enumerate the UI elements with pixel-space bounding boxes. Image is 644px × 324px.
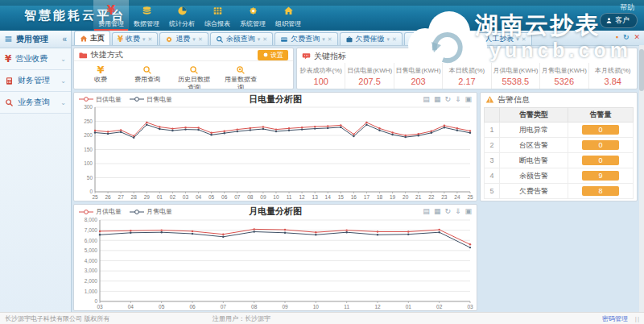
legend-label: 日供电量 [96, 95, 122, 104]
content-area: 快捷方式 设置 ¥收费费用查询历史日数据查询用量数据查询 关键指标 抄表成功率(… [72, 46, 644, 313]
close-tab-icon[interactable]: ✕ [328, 36, 332, 43]
svg-text:01: 01 [157, 194, 163, 200]
restore-icon[interactable]: ↻ [444, 208, 451, 215]
nav-item-数据管理[interactable]: 数据管理 [129, 0, 164, 31]
shortcut-用量数据查询[interactable]: 用量数据查询 [222, 64, 259, 89]
close-tab-icon[interactable]: ✕ [392, 36, 397, 43]
svg-text:1,000: 1,000 [85, 289, 98, 294]
close-icon[interactable]: ✕ [634, 34, 640, 41]
alarm-row-number: 2 [485, 138, 500, 153]
tab-主页[interactable]: 主页 [74, 31, 110, 45]
sidebar-item-营业收费[interactable]: ¥营业收费⌄ [0, 48, 71, 70]
restore-icon[interactable]: ↻ [444, 96, 451, 103]
footer-handle-icon[interactable]: || [635, 315, 640, 322]
settings-button[interactable]: 设置 [258, 50, 288, 60]
shortcut-历史日数据查询[interactable]: 历史日数据查询 [175, 64, 213, 89]
table-row[interactable]: 1用电异常0 [485, 123, 634, 138]
nav-item-综合报表[interactable]: 综合报表 [200, 0, 235, 31]
legend-item-月售电量[interactable]: 月售电量 [130, 207, 172, 216]
tab-余额查询[interactable]: 余额查询▾✕ [210, 32, 273, 45]
copyright-text: 长沙源宇电子科技有限公司 版权所有 [5, 314, 109, 323]
svg-text:07: 07 [234, 194, 241, 200]
legend-item-日供电量[interactable]: 日供电量 [79, 95, 122, 104]
data-view-icon[interactable]: ▤ [423, 96, 430, 103]
shortcut-label: 费用查询 [134, 76, 160, 84]
help-link[interactable]: 帮助 [620, 2, 634, 13]
close-tab-icon[interactable]: ✕ [147, 36, 152, 43]
password-manage-link[interactable]: 密码管理 [602, 314, 628, 323]
save-image-icon[interactable]: ▣ [464, 208, 472, 215]
caret-down-icon[interactable]: ▾ [387, 36, 390, 43]
svg-text:7,000: 7,000 [85, 227, 98, 233]
tab-欠费催缴[interactable]: 欠费催缴▾✕ [340, 32, 402, 45]
list-icon [4, 35, 13, 44]
save-image-icon[interactable]: ▣ [464, 96, 472, 103]
alarm-count-cell: 0 [568, 123, 634, 138]
kpi-title: 关键指标 [314, 51, 346, 62]
download-icon[interactable]: ⇓ [455, 208, 461, 215]
app-header: 智慧能耗云平台 ¥费用管理数据管理统计分析综合报表系统管理组织管理 帮助 客户 [0, 0, 644, 31]
svg-text:12: 12 [299, 194, 305, 200]
data-view-icon[interactable]: ▤ [423, 208, 430, 215]
shortcut-费用查询[interactable]: 费用查询 [129, 64, 166, 84]
user-button[interactable]: 客户 [600, 13, 638, 28]
chart-switch-icon[interactable]: ▦ [434, 208, 441, 215]
caret-down-icon[interactable]: ▾ [452, 36, 455, 43]
tab-退费[interactable]: 退费▾✕ [159, 32, 208, 45]
tab-label: 人工抄表 [485, 34, 514, 44]
table-row[interactable]: 5欠费告警8 [485, 184, 634, 199]
nav-item-统计分析[interactable]: 统计分析 [164, 0, 200, 31]
download-icon[interactable]: ⇓ [455, 96, 461, 103]
svg-text:02: 02 [436, 304, 443, 309]
close-tab-icon[interactable]: ✕ [262, 36, 267, 43]
svg-text:03: 03 [467, 304, 473, 309]
table-row[interactable]: 3断电告警0 [485, 153, 634, 168]
legend-item-月供电量[interactable]: 月供电量 [79, 207, 122, 216]
tab-bar: 主页¥收费▾✕退费▾✕余额查询▾✕欠费查询▾✕欠费催缴▾✕人工结算▾✕人工抄表▾… [72, 31, 644, 46]
orange-square-icon[interactable]: ▪ [616, 34, 618, 41]
tab-人工抄表[interactable]: 人工抄表▾✕ [469, 32, 531, 45]
alarm-count-cell: 0 [568, 138, 634, 153]
legend-item-日售电量[interactable]: 日售电量 [130, 95, 172, 104]
tab-欠费查询[interactable]: 欠费查询▾✕ [275, 32, 337, 45]
search-icon [216, 35, 224, 44]
sidebar-item-业务查询[interactable]: 业务查询⌄ [0, 92, 71, 114]
table-row[interactable]: 4余额告警9 [485, 168, 634, 184]
user-icon [605, 17, 613, 24]
sidebar-header[interactable]: 费用管理 « [0, 31, 71, 48]
registered-user-text: 注册用户：长沙源宇 [213, 314, 270, 323]
close-tab-icon[interactable]: ✕ [522, 36, 526, 43]
caret-down-icon[interactable]: ▾ [192, 36, 196, 43]
sidebar-item-label: 营业收费 [15, 53, 47, 64]
caret-down-icon[interactable]: ▾ [258, 36, 261, 43]
close-tab-icon[interactable]: ✕ [456, 36, 461, 43]
nav-item-label: 数据管理 [134, 19, 159, 28]
nav-item-组织管理[interactable]: 组织管理 [270, 0, 306, 31]
svg-text:3,000: 3,000 [85, 268, 98, 273]
shortcut-收费[interactable]: ¥收费 [82, 64, 119, 84]
close-tab-icon[interactable]: ✕ [198, 36, 203, 43]
refresh-icon[interactable]: ↻ [623, 34, 630, 41]
collapse-sidebar-icon[interactable]: « [62, 35, 67, 44]
tab-收费[interactable]: ¥收费▾✕ [112, 32, 158, 45]
kpi-value: 3.84 [605, 77, 621, 86]
caret-down-icon[interactable]: ▾ [322, 36, 325, 43]
chart-switch-icon[interactable]: ▦ [434, 96, 441, 103]
warning-icon [485, 95, 494, 104]
svg-text:22: 22 [428, 194, 435, 200]
chevron-down-icon: ⌄ [60, 56, 66, 63]
caret-down-icon[interactable]: ▾ [142, 36, 146, 43]
nav-item-系统管理[interactable]: 系统管理 [235, 0, 270, 31]
table-row[interactable]: 2台区告警0 [485, 138, 634, 153]
nav-item-费用管理[interactable]: ¥费用管理 [93, 0, 129, 31]
sidebar-item-财务管理[interactable]: 财务管理⌄ [0, 70, 71, 92]
caret-down-icon[interactable]: ▾ [516, 36, 519, 43]
vertical-scrollbar[interactable] [639, 45, 644, 312]
kpi-value: 5538.5 [502, 77, 530, 86]
gear-icon [262, 52, 269, 58]
scrollbar-thumb[interactable] [639, 49, 644, 91]
nav-item-label: 综合报表 [204, 19, 230, 28]
alarm-type: 台区告警 [500, 138, 568, 153]
tab-人工结算[interactable]: 人工结算▾✕ [404, 32, 467, 45]
svg-text:11: 11 [287, 194, 292, 200]
